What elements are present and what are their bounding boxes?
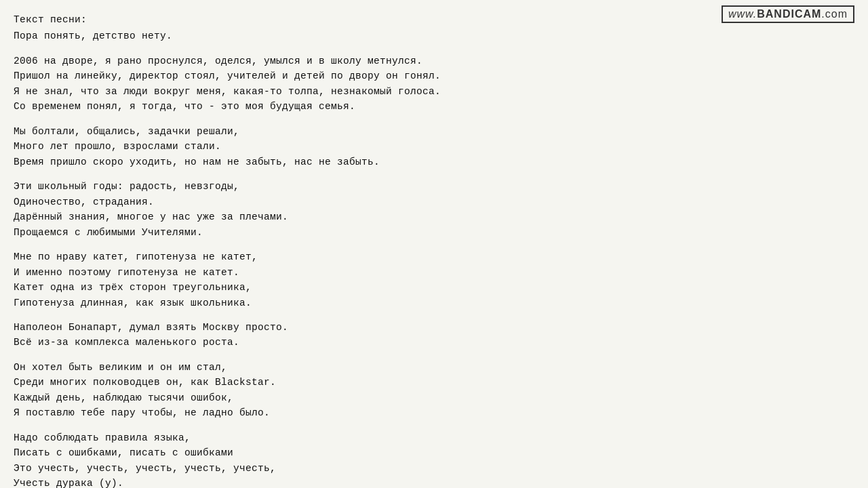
line-0-0: 2006 на дворе, я рано проснулся, оделся,… <box>14 54 854 68</box>
line-0-1: Пришол на линейку, директор стоял, учите… <box>14 68 854 83</box>
line-1-0: Мы болтали, общались, задачки решали, <box>14 124 854 139</box>
line-5-3: Я поставлю тебе пару чтобы, не ладно был… <box>14 405 854 420</box>
line-5-0: Он хотел быть великим и он им стал, <box>14 360 854 375</box>
line-3-1: И именно поэтому гипотенуза не катет. <box>14 265 854 280</box>
line-5-1: Среди многих полководцев он, как Blackst… <box>14 375 854 390</box>
line-4-1: Всё из-за комплекса маленького роста. <box>14 335 854 350</box>
watermark-com: .com <box>821 8 848 20</box>
lyrics-container: Текст песни: Пора понять, детство нету. … <box>14 12 854 488</box>
verse-3: Мне по нраву катет, гипотенуза не катет,… <box>14 249 854 310</box>
line-2-2: Дарённый знания, многое у нас уже за пле… <box>14 209 854 224</box>
line-6-0: Надо соблюдать правила языка, <box>14 430 854 445</box>
main-content: www.BANDICAM.com Текст песни: Пора понят… <box>0 0 868 488</box>
line-3-3: Гипотенуза длинная, как язык школьника. <box>14 296 854 310</box>
line-5-2: Каждый день, наблюдаю тысячи ошибок, <box>14 390 854 405</box>
line-1-2: Время пришло скоро уходить, но нам не за… <box>14 155 854 169</box>
verse-5: Он хотел быть великим и он им стал,Среди… <box>14 360 854 421</box>
verse-2: Эти школьный годы: радость, невзгоды,Оди… <box>14 179 854 240</box>
verse-6: Надо соблюдать правила языка,Писать с ош… <box>14 430 854 488</box>
line-2-1: Одиночество, страдания. <box>14 195 854 209</box>
line-2-0: Эти школьный годы: радость, невзгоды, <box>14 179 854 194</box>
line-3-0: Мне по нраву катет, гипотенуза не катет, <box>14 249 854 264</box>
verse-1: Мы болтали, общались, задачки решали,Мно… <box>14 124 854 169</box>
watermark-bandicam: BANDICAM <box>757 8 821 20</box>
line-6-2: Это учесть, учесть, учесть, учесть, учес… <box>14 461 854 476</box>
line-0-3: Со временем понял, я тогда, что - это мо… <box>14 99 854 114</box>
line-0-2: Я не знал, что за люди вокруг меня, кака… <box>14 84 854 99</box>
line-6-3: Учесть дурака (у). <box>14 476 854 488</box>
line-4-0: Наполеон Бонапарт, думал взять Москву пр… <box>14 320 854 335</box>
watermark: www.BANDICAM.com <box>722 5 854 23</box>
watermark-www: www. <box>728 8 757 20</box>
verses-container: 2006 на дворе, я рано проснулся, оделся,… <box>14 54 854 488</box>
line-2-3: Прощаемся с любимыми Учителями. <box>14 225 854 240</box>
line-6-1: Писать с ошибками, писать с ошибками <box>14 445 854 460</box>
line-1-1: Много лет прошло, взрослами стали. <box>14 139 854 154</box>
line-3-2: Катет одна из трёх сторон треугольника, <box>14 280 854 295</box>
lyrics-subtitle: Пора понять, детство нету. <box>14 28 854 43</box>
verse-4: Наполеон Бонапарт, думал взять Москву пр… <box>14 320 854 350</box>
verse-0: 2006 на дворе, я рано проснулся, оделся,… <box>14 54 854 115</box>
